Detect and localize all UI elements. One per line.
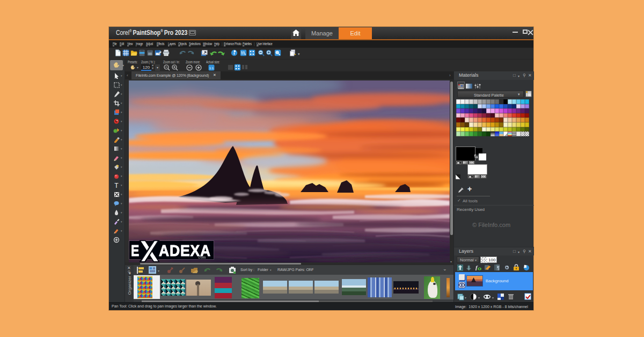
svg-text:¶: ¶: [497, 265, 500, 270]
svg-text:f: f: [475, 264, 478, 270]
svg-text:T: T: [114, 182, 119, 188]
svg-text:1:1: 1:1: [209, 67, 214, 70]
